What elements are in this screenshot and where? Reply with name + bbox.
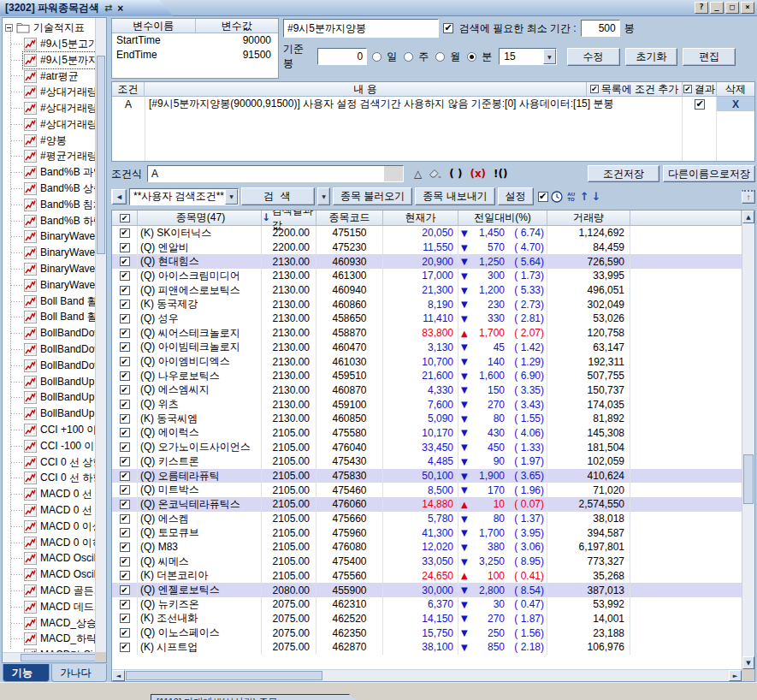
col-result[interactable]: ✔결과 (683, 82, 717, 96)
sidebar-item[interactable]: MACD 골든크로스 (3, 583, 95, 599)
row-checkbox[interactable]: ✔ (112, 454, 138, 469)
row-checkbox[interactable]: ✔ (112, 412, 138, 426)
table-row[interactable]: ✔ (K) 조선내화 2075.00 462520 14,150 ▼ ▲ 270… (112, 612, 742, 626)
table-row[interactable]: ✔ (Q) 토모큐브 2105.00 475960 41,300 ▼ ▲ 1,7… (112, 525, 742, 540)
table-row[interactable]: ✔ (Q) 씨메스 2105.00 475400 33,050 ▼ ▲ 3,25… (112, 555, 742, 569)
sidebar-item[interactable]: BollBandDown 상향돌 (3, 325, 95, 341)
move-up-icon[interactable]: ↑ (580, 190, 589, 203)
edit-button[interactable]: 편집 (683, 48, 736, 66)
table-row[interactable]: ✔ (K) 동국씨엠 2130.00 460850 5,090 ▼ ▲ 80 (… (112, 412, 742, 426)
row-checkbox[interactable]: ✔ (112, 483, 138, 497)
radio-week[interactable] (404, 52, 413, 62)
row-checkbox[interactable]: ✔ (112, 341, 138, 355)
col-current-price[interactable]: 현재가 (383, 211, 458, 225)
save-as-button[interactable]: 다른이름으로저장 (663, 165, 755, 182)
results-horizontal-scrollbar[interactable]: ◄ ► (112, 669, 742, 681)
col-search-result[interactable]: ↓검색결과값 (262, 211, 316, 225)
variable-row[interactable]: EndTime 91500 (112, 48, 278, 62)
scrollbar-thumb[interactable] (126, 671, 322, 680)
formula-input[interactable]: A (147, 165, 404, 182)
preset-select[interactable]: **사용자 검색조건** ▼ (129, 188, 239, 205)
table-row[interactable]: ✔ (Q) 엔알비 2200.00 475230 11,550 ▼ ▲ 570 … (112, 240, 742, 255)
sidebar-item[interactable]: BollBandUp 상향돌파 (3, 374, 95, 390)
row-checkbox[interactable]: ✔ (112, 240, 138, 255)
sidebar-item[interactable]: Band%B 상승 (3, 181, 95, 197)
triangle-tool-icon[interactable]: △ (414, 168, 422, 180)
row-checkbox[interactable]: ✔ (112, 383, 138, 398)
scrollbar-thumb[interactable] (97, 56, 105, 254)
condition-result-checkbox[interactable]: ✔ (683, 99, 717, 110)
row-checkbox[interactable]: ✔ (112, 326, 138, 341)
table-row[interactable]: ✔ (Q) 키스트론 2105.00 475430 4,485 ▼ ▲ 90 (… (112, 454, 742, 469)
sidebar-item[interactable]: #9시5분고가 돌파 검 (3, 36, 95, 52)
col-stock-name[interactable]: 종목명(47) (138, 211, 262, 225)
sidebar-item[interactable]: BinaryWave 0 선 상향 (3, 229, 95, 246)
base-bar-input[interactable]: 0 (317, 48, 368, 65)
sidebar-item[interactable]: BollBandDown에 주가 (3, 358, 95, 374)
row-checkbox[interactable]: ✔ (112, 512, 138, 526)
table-row[interactable]: ✔ (Q) 아이빔테크놀로지 2130.00 460470 3,130 ▼ ▲ … (112, 341, 742, 355)
condition-name-input[interactable]: #9시5분까지양봉 (283, 19, 439, 38)
sidebar-item[interactable]: #상대거래량10000이 (3, 116, 95, 133)
table-row[interactable]: ✔ (Q) 엔젤로보틱스 2080.00 455900 30,000 ▼ ▲ 2… (112, 583, 742, 597)
modify-button[interactable]: 수정 (567, 48, 620, 66)
sidebar-item[interactable]: #양봉 (3, 133, 95, 149)
clock-icon[interactable] (551, 191, 563, 203)
sidebar-item[interactable]: MACD 0 이하 (3, 535, 95, 551)
eraser-icon[interactable] (429, 169, 441, 178)
move-down-icon[interactable]: ↓ (592, 190, 601, 203)
tab-alphabetical-order[interactable]: 가나다순 (51, 664, 107, 682)
sidebar-item[interactable]: Boll Band 활용1_횡보 (3, 294, 95, 310)
scrollbar-thumb[interactable] (743, 454, 754, 504)
sidebar-item[interactable]: BinaryWave 0 이하 (3, 261, 95, 277)
radio-month[interactable] (435, 52, 445, 62)
settings-button[interactable]: 설정 (498, 187, 534, 205)
sidebar-item[interactable]: MACD 0 이상 (3, 519, 95, 535)
sidebar-item[interactable]: BinaryWave 0 이상 (3, 245, 95, 261)
tree-root[interactable]: 기술적지표 (3, 20, 95, 36)
not-paren-tool-icon[interactable]: !() (494, 168, 507, 180)
row-checkbox[interactable]: ✔ (112, 440, 138, 454)
table-row[interactable]: ✔ (K) 시프트업 2075.00 462870 38,100 ▼ ▲ 850… (112, 640, 742, 655)
row-checkbox[interactable]: ✔ (112, 555, 138, 569)
collapse-icon[interactable] (5, 24, 13, 32)
chevron-down-icon[interactable]: ▼ (225, 189, 238, 205)
row-checkbox[interactable]: ✔ (112, 311, 138, 326)
table-row[interactable]: ✔ (K) 동국제강 2130.00 460860 8,190 ▼ ▲ 230 … (112, 297, 742, 311)
table-row[interactable]: ✔ (Q) 위츠 2130.00 459100 7,600 ▼ ▲ 270 ( … (112, 397, 742, 412)
tree-horizontal-scrollbar[interactable] (3, 652, 95, 662)
scroll-right-icon[interactable]: ► (729, 670, 742, 681)
row-checkbox[interactable]: ✔ (112, 397, 138, 412)
condition-delete-button[interactable]: X (717, 97, 754, 111)
table-row[interactable]: ✔ (Q) 피앤에스로보틱스 2130.00 460940 21,300 ▼ ▲… (112, 283, 742, 298)
table-row[interactable]: ✔ (Q) 오름테라퓨틱 2105.00 475830 50,100 ▼ ▲ 1… (112, 469, 742, 483)
auto-icon[interactable]: AUTO (565, 192, 577, 202)
export-stocks-button[interactable]: 종목 내보내기 (415, 187, 494, 205)
table-row[interactable]: ✔ (Q) 에스엠씨지 2130.00 460870 4,330 ▼ ▲ 150… (112, 383, 742, 398)
sidebar-item[interactable]: #상대거래량 (3, 100, 95, 116)
table-row[interactable]: ✔ (Q) 아이엠비디엑스 2130.00 461030 10,700 ▼ ▲ … (112, 354, 742, 369)
tab-function-order[interactable]: 기능순 (3, 664, 50, 682)
table-row[interactable]: ✔ (Q) 현대힘스 2130.00 460930 20,900 ▼ ▲ 1,2… (112, 254, 742, 269)
maximize-button[interactable]: □ (725, 2, 739, 14)
add-to-list-checkbox[interactable]: ✔ (590, 85, 599, 93)
radio-minute[interactable] (467, 52, 476, 62)
min-period-input[interactable]: 500 (581, 20, 620, 37)
scroll-left-icon[interactable]: ◄ (112, 670, 125, 681)
result-checkbox[interactable]: ✔ (683, 85, 692, 93)
row-checkbox[interactable]: ✔ (112, 269, 138, 283)
row-checkbox[interactable]: ✔ (112, 612, 138, 626)
scroll-up-icon[interactable]: ▲ (742, 211, 754, 223)
row-checkbox[interactable]: ✔ (112, 354, 138, 369)
row-checkbox[interactable]: ✔ (112, 626, 138, 640)
col-add-to-list[interactable]: ✔목록에 조건 추가 (587, 82, 683, 96)
row-checkbox[interactable]: ✔ (112, 583, 138, 597)
sidebar-item[interactable]: MACD Oscillator 하향 (3, 567, 95, 583)
sidebar-item[interactable]: MACD 0 선 상향돌파 (3, 486, 95, 502)
row-checkbox[interactable]: ✔ (112, 597, 138, 612)
row-checkbox[interactable]: ✔ (112, 497, 138, 512)
sidebar-item[interactable]: MACD 0 선 하향이탈 (3, 502, 95, 519)
sidebar-item[interactable]: CCI 0 선 하향이탈 (3, 471, 95, 487)
panel-up-icon[interactable]: ↑ (742, 190, 755, 204)
sidebar-item[interactable]: BollBandDown 하향이 (3, 341, 95, 358)
